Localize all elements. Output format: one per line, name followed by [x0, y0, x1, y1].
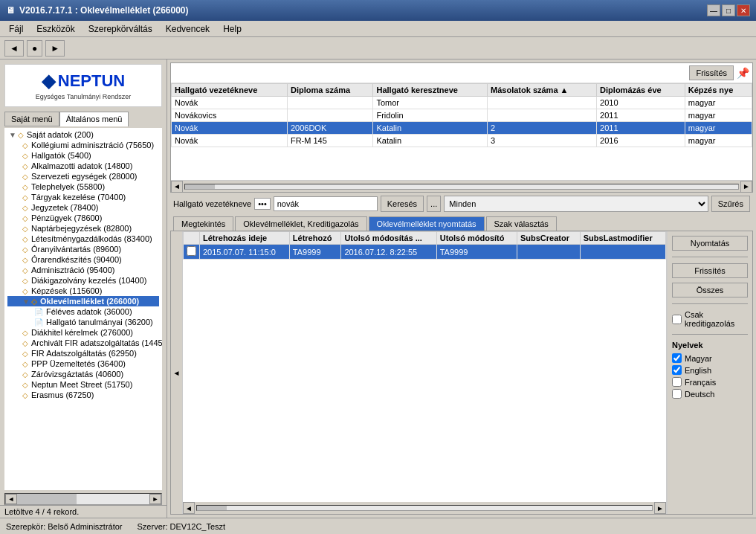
folder-icon: ◇	[18, 131, 24, 139]
sidebar-item-alkalmazotti[interactable]: ◇ Alkalmazotti adatok (14800)	[7, 161, 159, 171]
menu-favorites[interactable]: Kedvencek	[160, 22, 216, 36]
col-letrehozo[interactable]: Létrehozó	[289, 232, 341, 245]
lang-francais-checkbox[interactable]	[672, 377, 682, 387]
sidebar-item-naptarbejegyzesek[interactable]: ◇ Naptárbejegyzések (82800)	[7, 223, 159, 234]
col-header-kepzes[interactable]: Képzés nye	[685, 84, 752, 97]
close-button[interactable]: ✕	[737, 4, 750, 16]
col-modosito[interactable]: Utolsó módosító	[436, 232, 517, 245]
filter-button[interactable]: Szűrés	[711, 196, 750, 212]
hscroll-right-btn[interactable]: ►	[740, 181, 752, 193]
lang-english-label[interactable]: English	[672, 365, 748, 375]
tab-altalanos-menu[interactable]: Általános menü	[59, 112, 129, 126]
search-button[interactable]: Keresés	[381, 196, 424, 212]
sidebar-item-targyak[interactable]: ◇ Tárgyak kezelése (70400)	[7, 192, 159, 202]
sidebar-item-sajat-adatok[interactable]: ▼ ◇ Saját adatok (200)	[7, 129, 159, 140]
sidebar-item-telephelyek[interactable]: ◇ Telephelyek (55800)	[7, 181, 159, 192]
col-modositas[interactable]: Utolsó módosítás ...	[341, 232, 436, 245]
sidebar-item-adminisztracio[interactable]: ◇ Adminisztráció (95400)	[7, 265, 159, 275]
col-header-keresztnev[interactable]: Hallgató keresztneve	[373, 84, 488, 97]
status-role: Szerepkör: Belső Adminisztrátor	[6, 522, 123, 531]
top-table-scroll[interactable]: Hallgató vezetékneve Diploma száma Hallg…	[171, 83, 752, 180]
item-icon: ◇	[22, 381, 28, 389]
only-kredit-label[interactable]: Csak kreditigazolás	[672, 310, 748, 328]
col-subscreator[interactable]: SubsCreator	[517, 232, 580, 245]
sidebar-item-hallgato-tanulmanyai[interactable]: 📄 Hallgató tanulmányai (36200)	[7, 317, 159, 327]
sidebar-item-diakigazolvany[interactable]: ◇ Diákigazolvány kezelés (10400)	[7, 275, 159, 286]
top-table-hscroll[interactable]: ◄ ►	[171, 180, 752, 192]
all-button[interactable]: Összes	[672, 283, 748, 297]
lang-deutsch-label[interactable]: Deutsch	[672, 389, 748, 399]
dots-button[interactable]: •••	[254, 198, 271, 210]
search-input[interactable]	[274, 196, 378, 211]
sidebar-item-zarovizsga[interactable]: ◇ Záróvizsgáztatás (40600)	[7, 369, 159, 379]
sidebar-item-penzugyek[interactable]: ◇ Pénzügyek (78600)	[7, 213, 159, 223]
sidebar-item-neptun-meet[interactable]: ◇ Neptun Meet Street (51750)	[7, 379, 159, 390]
sidebar-scrollbar[interactable]: ◄ ►	[4, 493, 162, 505]
scrollbar-left[interactable]: ◄	[5, 494, 17, 504]
tab-szak-valasztas[interactable]: Szak választás	[486, 216, 557, 231]
menu-file[interactable]: Fájl	[3, 22, 29, 36]
sidebar-item-letesitmeny[interactable]: ◇ Létesítménygazdálkodás (83400)	[7, 234, 159, 244]
sidebar-item-label: Tárgyak kezelése (70400)	[31, 193, 126, 202]
scrollbar-right[interactable]: ►	[149, 494, 161, 504]
sidebar-item-oklevelmelleklet[interactable]: ▼ ◇ Oklevélmelléklet (266000)	[7, 296, 159, 306]
hscroll-left-btn[interactable]: ◄	[171, 181, 183, 193]
bottom-left-nav[interactable]: ◄	[171, 231, 183, 514]
sidebar-item-archivalt[interactable]: ◇ Archivált FIR adatszolgáltatás (14450)	[7, 338, 159, 348]
table-row-selected[interactable]: Novák 2006DOK Katalin 2 2011 magyar	[172, 122, 752, 135]
col-header-masolatok[interactable]: Másolatok száma ▲	[488, 84, 597, 97]
menu-role[interactable]: Szerepkörváltás	[83, 22, 158, 36]
minimize-button[interactable]: —	[707, 4, 720, 16]
table-row[interactable]: Novák Tomor 2010 magyar	[172, 97, 752, 109]
table-row[interactable]: Novák FR-M 145 Katalin 3 2016 magyar	[172, 135, 752, 147]
sidebar-item-fir[interactable]: ◇ FIR Adatszolgáltatás (62950)	[7, 348, 159, 358]
sidebar-item-oranyilv[interactable]: ◇ Óranyilvántartás (89600)	[7, 244, 159, 254]
col-subslast[interactable]: SubsLastmodifier	[580, 232, 665, 245]
sidebar-item-kollegiumi[interactable]: ◇ Kollégiumi adminisztráció (75650)	[7, 140, 159, 150]
sidebar-item-hallgatok[interactable]: ◇ Hallgatók (5400)	[7, 150, 159, 161]
sidebar-item-szervezeti[interactable]: ◇ Szervezeti egységek (28000)	[7, 171, 159, 181]
home-button[interactable]: ►	[45, 40, 65, 57]
sidebar-item-feleves[interactable]: 📄 Féléves adatok (36000)	[7, 306, 159, 317]
col-header-vezeteknev[interactable]: Hallgató vezetékneve	[172, 84, 288, 97]
lang-deutsch-checkbox[interactable]	[672, 389, 682, 399]
lang-magyar-label[interactable]: Magyar	[672, 353, 748, 363]
cell-masolatok: 2	[488, 122, 597, 135]
tab-oklevelmelleklet-kredit[interactable]: Oklevélmelléklet, Kreditigazolás	[235, 216, 366, 231]
bottom-hscroll-right[interactable]: ►	[654, 502, 666, 514]
back-button[interactable]: ◄	[4, 40, 24, 57]
sidebar-item-kepzesek[interactable]: ◇ Képzések (115600)	[7, 286, 159, 296]
col-header-diploma[interactable]: Diploma száma	[287, 84, 373, 97]
sidebar-item-jegyzetek[interactable]: ◇ Jegyzetek (78400)	[7, 202, 159, 213]
row-checkbox[interactable]	[187, 246, 196, 256]
lang-francais-label[interactable]: Français	[672, 377, 748, 387]
col-letrehozas[interactable]: Létrehozás ideje	[200, 232, 290, 245]
cell-check[interactable]	[184, 245, 200, 260]
bottom-table-row-selected[interactable]: 2015.07.07. 11:15:0 TA9999 2016.07.12. 8…	[184, 245, 666, 260]
sidebar-item-diakhitel[interactable]: ◇ Diákhitel kérelmek (276000)	[7, 327, 159, 338]
maximize-button[interactable]: □	[722, 4, 735, 16]
forward-button[interactable]: ●	[27, 40, 42, 57]
sidebar-item-orarend[interactable]: ◇ Órarendkészítés (90400)	[7, 254, 159, 265]
bottom-hscroll-left[interactable]: ◄	[183, 502, 195, 514]
refresh-bottom-button[interactable]: Frissítés	[672, 263, 748, 278]
tab-megtekintes[interactable]: Megtekintés	[173, 216, 233, 231]
tab-oklevelmelleklet-nyomtatas[interactable]: Oklevélmelléklet nyomtatás	[369, 216, 485, 231]
print-button[interactable]: Nyomtatás	[672, 236, 748, 251]
tab-sajat-menu[interactable]: Saját menü	[4, 112, 59, 126]
refresh-top-button[interactable]: Frissítés	[689, 65, 734, 80]
only-kredit-checkbox[interactable]	[672, 315, 682, 324]
menu-tools[interactable]: Eszközök	[30, 22, 80, 36]
sidebar-item-erasmus[interactable]: ◇ Erasmus (67250)	[7, 390, 159, 400]
extra-button[interactable]: ...	[427, 196, 441, 212]
bottom-hscroll[interactable]: ◄ ►	[183, 502, 666, 514]
filter-select[interactable]: Minden	[444, 196, 708, 212]
pin-icon[interactable]: 📌	[737, 67, 749, 79]
menu-help[interactable]: Help	[217, 22, 248, 36]
table-row[interactable]: Novákovics Fridolin 2011 magyar	[172, 109, 752, 122]
col-header-diplev[interactable]: Diplomázás éve	[597, 84, 685, 97]
lang-magyar-checkbox[interactable]	[672, 353, 682, 363]
lang-english-checkbox[interactable]	[672, 365, 682, 375]
sidebar-item-ppp[interactable]: ◇ PPP Üzemeltetés (36400)	[7, 358, 159, 369]
bottom-table-area[interactable]: Létrehozás ideje Létrehozó Utolsó módosí…	[183, 231, 666, 502]
